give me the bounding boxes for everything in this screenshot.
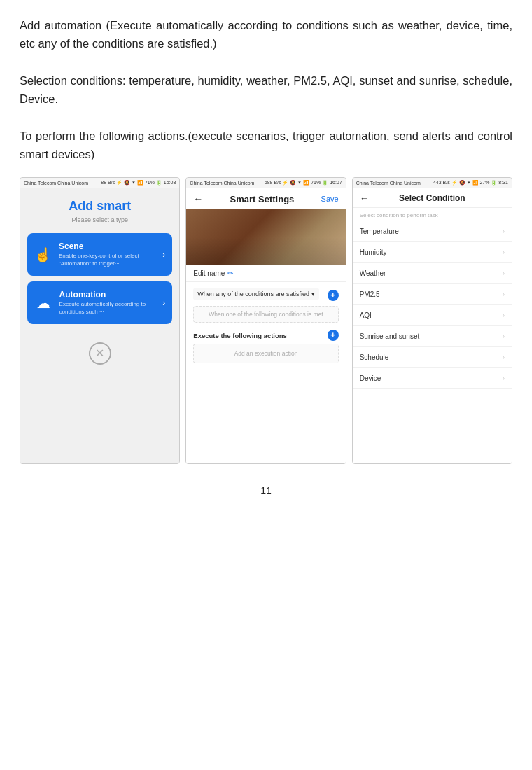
save-button[interactable]: Save: [321, 195, 339, 203]
screen2-back-button[interactable]: ←: [193, 193, 203, 204]
dropdown-arrow-icon: ▾: [312, 290, 315, 298]
screen1-body: Add smart Please select a type ☝ Scene E…: [20, 188, 179, 463]
screen2-status-left: China Telecom China Unicom: [190, 181, 254, 186]
screen3-status-right: 443 B/s ⚡ 🔕 ✶ 📶 27% 🔋 8:31: [433, 180, 508, 186]
screen3-frame: China Telecom China Unicom 443 B/s ⚡ 🔕 ✶…: [352, 177, 512, 464]
automation-icon: ☁: [34, 292, 52, 314]
condition-item-label: PM2.5: [360, 290, 380, 298]
chevron-right-icon: ›: [503, 374, 505, 382]
chevron-right-icon: ›: [503, 354, 505, 361]
condition-item-label: Humidity: [360, 248, 387, 256]
condition-item-label: Device: [360, 374, 382, 382]
automation-title: Automation: [59, 290, 166, 300]
condition-list-item[interactable]: AQI›: [353, 305, 512, 326]
condition-list-item[interactable]: Weather›: [353, 263, 512, 284]
scene-card[interactable]: ☝ Scene Enable one-key-control or select…: [27, 233, 172, 276]
condition-list-item[interactable]: Temperature›: [353, 221, 512, 242]
chevron-right-icon: ›: [503, 290, 505, 298]
screen2-status-right: 688 B/s ⚡ 🔕 ✶ 📶 71% 🔋 16:07: [265, 180, 342, 186]
screen1-title: Add smart: [69, 199, 131, 214]
automation-card-text: Automation Execute automatically accordi…: [59, 290, 166, 316]
condition-item-label: Temperature: [360, 227, 399, 235]
scene-desc: Enable one-key-control or select "Automa…: [59, 253, 165, 267]
condition-item-label: Weather: [360, 270, 386, 277]
condition-list-item[interactable]: Humidity›: [353, 242, 512, 263]
edit-name-label: Edit name: [193, 270, 225, 277]
condition-hint: Select condition to perform task: [353, 208, 512, 221]
screen3-status-left: China Telecom China Unicom: [356, 181, 421, 186]
screen1-status-bar: China Telecom China Unicom 88 B/s ⚡ 🔕 ✶ …: [20, 178, 179, 188]
action-placeholder: Add an execution action: [193, 344, 338, 363]
screen2-title: Smart Settings: [230, 194, 295, 204]
screen1-status-left: China Telecom China Unicom: [24, 181, 88, 186]
screenshots-row: China Telecom China Unicom 88 B/s ⚡ 🔕 ✶ …: [20, 177, 512, 464]
screen3-body: ← Select Condition Select condition to p…: [353, 188, 512, 463]
intro-para3: To perform the following actions.(execut…: [20, 127, 512, 163]
screen2-frame: China Telecom China Unicom 688 B/s ⚡ 🔕 ✶…: [186, 177, 346, 464]
screen3-back-button[interactable]: ←: [360, 192, 370, 204]
condition-item-label: Sunrise and sunset: [360, 332, 420, 340]
scene-icon: ☝: [34, 244, 52, 266]
condition-list-item[interactable]: Schedule›: [353, 347, 512, 368]
condition-list-item[interactable]: Device›: [353, 368, 512, 389]
condition-section: When any of the conditions are satisfied…: [193, 288, 338, 323]
intro-para2: Selection conditions: temperature, humid…: [20, 72, 512, 108]
screen3-title: Select Condition: [399, 193, 465, 203]
chevron-right-icon: ›: [503, 227, 505, 235]
screen1-status-right: 88 B/s ⚡ 🔕 ✶ 📶 71% 🔋 15:03: [101, 180, 176, 186]
chevron-right-icon: ›: [503, 332, 505, 340]
condition-item-label: Schedule: [360, 354, 389, 361]
automation-card[interactable]: ☁ Automation Execute automatically accor…: [27, 281, 172, 324]
automation-arrow-icon: ›: [162, 298, 165, 308]
condition-item-label: AQI: [360, 312, 372, 319]
scene-arrow-icon: ›: [162, 250, 165, 260]
intro-para1: Add automation (Execute automatically ac…: [20, 17, 512, 52]
screen1-frame: China Telecom China Unicom 88 B/s ⚡ 🔕 ✶ …: [20, 177, 180, 464]
automation-desc: Execute automatically according to condi…: [59, 301, 166, 316]
edit-name-row[interactable]: Edit name ✏: [186, 265, 345, 282]
chevron-right-icon: ›: [503, 248, 505, 256]
screen2-body: ← Smart Settings Save Edit name ✏ When a…: [186, 188, 345, 463]
screen3-header: ← Select Condition: [353, 188, 512, 208]
condition-list-item[interactable]: PM2.5›: [353, 284, 512, 305]
condition-placeholder: When one of the following conditions is …: [193, 306, 338, 323]
add-action-button[interactable]: +: [328, 330, 339, 341]
page-number: 11: [20, 485, 512, 496]
condition-list: Temperature›Humidity›Weather›PM2.5›AQI›S…: [353, 221, 512, 389]
screen1-subtitle: Please select a type: [71, 216, 128, 223]
add-condition-button[interactable]: +: [328, 290, 339, 301]
action-header-row: Execute the following actions +: [193, 330, 338, 341]
condition-dropdown-label: When any of the conditions are satisfied: [197, 290, 309, 298]
chevron-right-icon: ›: [503, 270, 505, 277]
pencil-icon: ✏: [227, 270, 233, 277]
chevron-right-icon: ›: [503, 312, 505, 319]
screen2-header: ← Smart Settings Save: [186, 188, 345, 209]
action-label: Execute the following actions: [193, 332, 287, 340]
house-image: [186, 209, 345, 265]
action-section: Execute the following actions + Add an e…: [193, 330, 338, 363]
close-button[interactable]: ✕: [89, 342, 111, 365]
scene-card-text: Scene Enable one-key-control or select "…: [59, 241, 165, 267]
screen2-status-bar: China Telecom China Unicom 688 B/s ⚡ 🔕 ✶…: [186, 178, 345, 188]
condition-header-row: When any of the conditions are satisfied…: [193, 288, 338, 303]
condition-list-item[interactable]: Sunrise and sunset›: [353, 326, 512, 347]
scene-title: Scene: [59, 241, 165, 251]
condition-dropdown[interactable]: When any of the conditions are satisfied…: [193, 288, 319, 300]
screen3-status-bar: China Telecom China Unicom 443 B/s ⚡ 🔕 ✶…: [353, 178, 512, 188]
